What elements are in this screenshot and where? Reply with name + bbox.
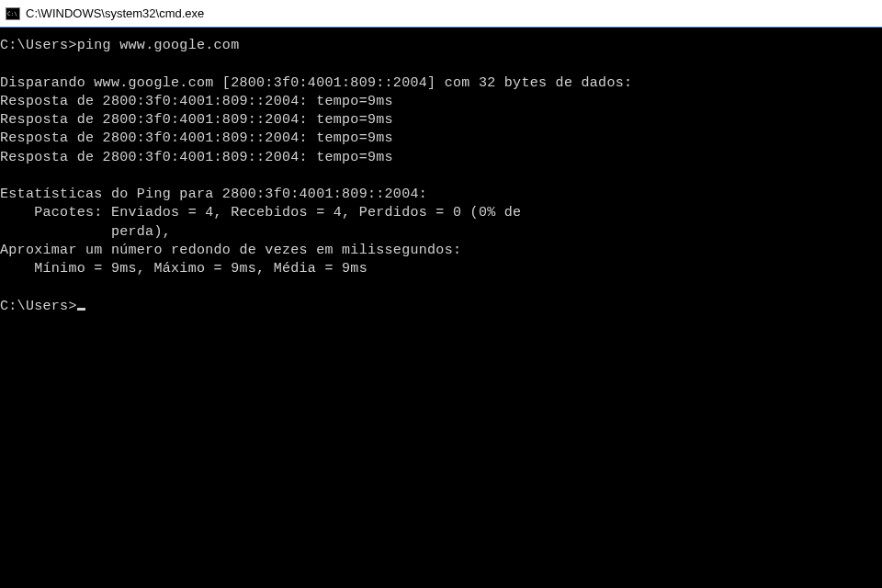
output-line: perda), xyxy=(0,224,171,240)
prompt: C:\Users> xyxy=(0,299,77,314)
output-line: Pacotes: Enviados = 4, Recebidos = 4, Pe… xyxy=(0,205,521,220)
output-line: Aproximar um número redondo de vezes em … xyxy=(0,243,461,258)
prompt-line: C:\Users> xyxy=(0,299,85,314)
window-titlebar[interactable]: C:\WINDOWS\system32\cmd.exe xyxy=(0,0,882,28)
cmd-icon xyxy=(6,7,20,20)
cursor xyxy=(77,308,85,311)
output-line: Resposta de 2800:3f0:4001:809::2004: tem… xyxy=(0,130,393,146)
prompt-line: C:\Users>ping www.google.com xyxy=(0,38,239,53)
output-line: Resposta de 2800:3f0:4001:809::2004: tem… xyxy=(0,112,393,128)
output-line: Mínimo = 9ms, Máximo = 9ms, Média = 9ms xyxy=(0,261,368,277)
typed-command: ping www.google.com xyxy=(77,38,240,53)
output-line: Resposta de 2800:3f0:4001:809::2004: tem… xyxy=(0,150,393,165)
output-line: Disparando www.google.com [2800:3f0:4001… xyxy=(0,75,632,91)
output-line: Resposta de 2800:3f0:4001:809::2004: tem… xyxy=(0,94,393,109)
output-line: Estatísticas do Ping para 2800:3f0:4001:… xyxy=(0,187,427,202)
prompt: C:\Users> xyxy=(0,38,77,53)
window-title: C:\WINDOWS\system32\cmd.exe xyxy=(26,6,204,20)
terminal-output[interactable]: C:\Users>ping www.google.com Disparando … xyxy=(0,28,882,588)
